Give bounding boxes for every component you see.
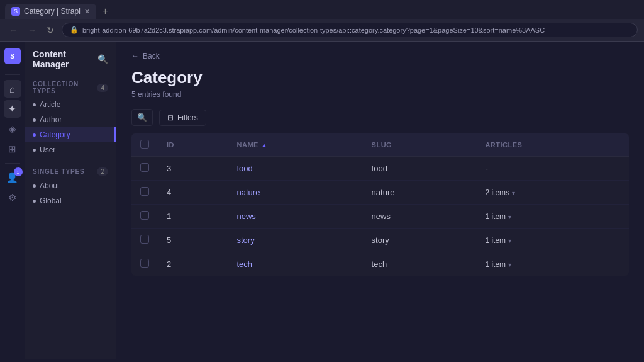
sidebar-dot-author <box>33 118 36 122</box>
data-table: ID NAME ▲ SLUG ARTICLES <box>131 133 629 276</box>
dropdown-arrow-icon[interactable]: ▾ <box>508 213 511 220</box>
tab-favicon: S <box>11 7 20 16</box>
row-articles: - <box>476 157 629 181</box>
search-icon: 🔍 <box>137 113 147 122</box>
row-name[interactable]: news <box>228 205 363 229</box>
filters-label: Filters <box>177 113 198 122</box>
tab-close-button[interactable]: ✕ <box>84 8 90 16</box>
plugins-icon[interactable]: ⊞ <box>4 140 21 158</box>
row-checkbox-cell <box>131 181 158 205</box>
row-slug: nature <box>363 181 477 205</box>
row-slug: food <box>363 157 477 181</box>
header-articles: ARTICLES <box>476 133 629 157</box>
browser-chrome: S Category | Strapi ✕ + ← → ↻ 🔒 bright-a… <box>0 0 644 42</box>
row-checkbox[interactable] <box>140 211 149 220</box>
header-id: ID <box>158 133 228 157</box>
header-name[interactable]: NAME ▲ <box>228 133 363 157</box>
row-slug: tech <box>363 252 477 276</box>
articles-badge: 2 items ▾ <box>485 188 515 197</box>
row-checkbox[interactable] <box>140 259 149 268</box>
back-label: Back <box>143 52 160 60</box>
table-row[interactable]: 2techtech1 item ▾ <box>131 252 629 276</box>
toolbar: 🔍 ⊟ Filters <box>131 109 629 126</box>
row-name[interactable]: story <box>228 229 363 252</box>
row-checkbox[interactable] <box>140 187 149 196</box>
sidebar-item-about[interactable]: About <box>25 178 116 193</box>
sidebar-dot-user <box>33 149 36 152</box>
dropdown-arrow-icon[interactable]: ▾ <box>508 261 511 268</box>
back-nav-button[interactable]: ← <box>6 24 20 37</box>
row-articles: 1 item ▾ <box>476 252 629 276</box>
sidebar-search-button[interactable]: 🔍 <box>97 54 108 64</box>
sidebar-item-category[interactable]: Category <box>25 127 116 142</box>
media-icon[interactable]: ◈ <box>4 120 21 138</box>
row-name[interactable]: nature <box>228 181 363 205</box>
tab-title: Category | Strapi <box>24 7 80 16</box>
app-container: S ⌂ ✦ ◈ ⊞ 👤 1 ⚙ Content Manager 🔍 COLLEC… <box>0 42 644 359</box>
row-id: 5 <box>158 229 228 252</box>
table-row[interactable]: 5storystory1 item ▾ <box>131 229 629 252</box>
search-button[interactable]: 🔍 <box>131 109 153 126</box>
row-checkbox-cell <box>131 229 158 252</box>
main-content: ← Back Category 5 entries found 🔍 ⊟ Filt… <box>116 42 644 359</box>
row-id: 4 <box>158 181 228 205</box>
header-articles-label: ARTICLES <box>485 141 522 149</box>
page-title: Category <box>131 68 629 88</box>
content-icon[interactable]: ✦ <box>4 100 21 118</box>
row-checkbox-cell <box>131 252 158 276</box>
sort-asc-icon: ▲ <box>261 142 267 149</box>
row-checkbox[interactable] <box>140 235 149 244</box>
user-badge: 1 <box>14 167 23 176</box>
row-name[interactable]: tech <box>228 252 363 276</box>
select-all-checkbox[interactable] <box>140 140 149 149</box>
app-avatar: S <box>4 48 21 64</box>
table-row[interactable]: 3foodfood- <box>131 157 629 181</box>
entries-count: 5 entries found <box>131 90 629 99</box>
filter-icon: ⊟ <box>167 113 174 122</box>
collection-types-header: COLLECTION TYPES 4 <box>25 77 116 97</box>
sidebar-item-global[interactable]: Global <box>25 193 116 208</box>
header-checkbox-cell <box>131 133 158 157</box>
collection-types-count: 4 <box>97 84 108 92</box>
settings-icon[interactable]: ⚙ <box>4 189 21 206</box>
icon-strip: S ⌂ ✦ ◈ ⊞ 👤 1 ⚙ <box>0 42 25 359</box>
new-tab-button[interactable]: + <box>99 4 112 18</box>
row-checkbox[interactable] <box>140 163 149 172</box>
sidebar-item-global-label: Global <box>40 196 62 205</box>
row-id: 1 <box>158 205 228 229</box>
sidebar-item-user-label: User <box>40 145 55 154</box>
forward-nav-button[interactable]: → <box>25 24 39 37</box>
single-types-count: 2 <box>97 167 108 176</box>
user-icon[interactable]: 👤 1 <box>4 169 21 186</box>
strip-divider-1 <box>5 74 20 75</box>
refresh-nav-button[interactable]: ↻ <box>44 24 57 37</box>
header-slug: SLUG <box>363 133 477 157</box>
home-icon[interactable]: ⌂ <box>4 80 21 98</box>
row-id: 3 <box>158 157 228 181</box>
sidebar-title: Content Manager <box>33 49 97 69</box>
browser-tab-active[interactable]: S Category | Strapi ✕ <box>5 4 96 19</box>
sidebar-header: Content Manager 🔍 <box>25 49 116 77</box>
nav-bar: ← → ↻ 🔒 bright-addition-69b7a2d2c3.strap… <box>0 19 644 41</box>
table-row[interactable]: 4naturenature2 items ▾ <box>131 181 629 205</box>
articles-badge: 1 item ▾ <box>485 236 511 245</box>
strip-divider-2 <box>5 163 20 164</box>
sidebar-dot-category <box>33 133 36 137</box>
single-types-label: SINGLE TYPES <box>33 168 84 175</box>
address-bar[interactable]: 🔒 bright-addition-69b7a2d2c3.strapiapp.c… <box>62 23 638 37</box>
sidebar-item-article-label: Article <box>40 100 60 109</box>
back-link[interactable]: ← Back <box>131 52 629 60</box>
row-checkbox-cell <box>131 205 158 229</box>
row-articles: 1 item ▾ <box>476 229 629 252</box>
sidebar-item-user[interactable]: User <box>25 142 116 157</box>
sidebar-dot-global <box>33 200 36 203</box>
header-slug-label: SLUG <box>372 141 392 149</box>
row-id: 2 <box>158 252 228 276</box>
dropdown-arrow-icon[interactable]: ▾ <box>512 189 515 196</box>
dropdown-arrow-icon[interactable]: ▾ <box>508 237 511 244</box>
table-row[interactable]: 1newsnews1 item ▾ <box>131 205 629 229</box>
row-name[interactable]: food <box>228 157 363 181</box>
filters-button[interactable]: ⊟ Filters <box>159 110 206 126</box>
sidebar-item-author[interactable]: Author <box>25 112 116 127</box>
sidebar-item-article[interactable]: Article <box>25 97 116 112</box>
